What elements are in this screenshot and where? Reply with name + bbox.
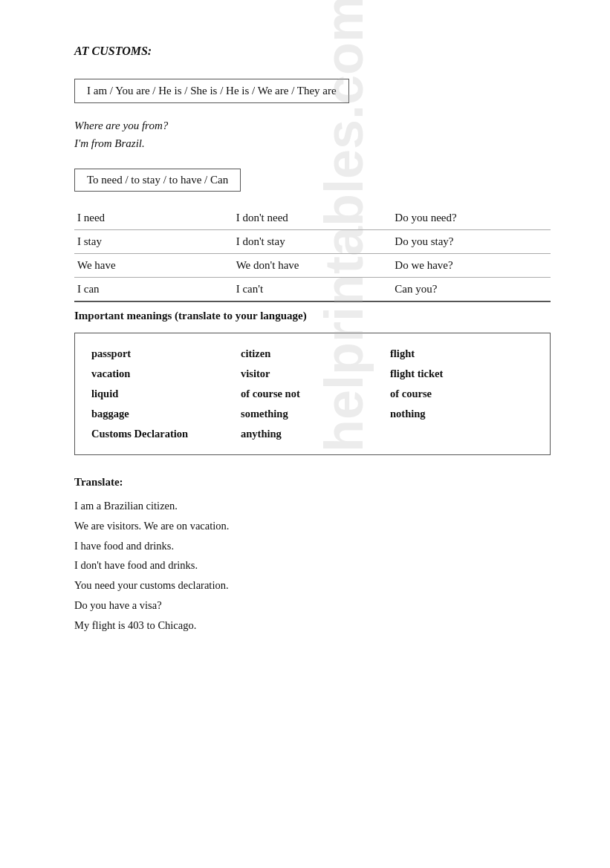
example-sentences: Where are you from? I'm from Brazil. bbox=[74, 117, 551, 152]
vocab-cell: something bbox=[238, 404, 387, 424]
vocab-row: baggagesomethingnothing bbox=[88, 404, 536, 424]
conjugation-cell: I can bbox=[74, 278, 233, 302]
am-are-box: I am / You are / He is / She is / He is … bbox=[74, 79, 349, 103]
conjugation-cell: We have bbox=[74, 254, 233, 278]
conjugation-cell: I don't stay bbox=[233, 230, 392, 254]
conjugation-cell: We don't have bbox=[233, 254, 392, 278]
vocab-cell: liquid bbox=[88, 384, 238, 404]
important-meanings-heading: Important meanings (translate to your la… bbox=[74, 310, 551, 322]
translate-section: Translate: I am a Brazilian citizen.We a… bbox=[74, 476, 551, 636]
translate-list: I am a Brazilian citizen.We are visitors… bbox=[74, 496, 551, 636]
translate-sentence: I have food and drinks. bbox=[74, 536, 551, 556]
conjugation-row: I canI can'tCan you? bbox=[74, 278, 551, 302]
conjugation-cell: Do you need? bbox=[392, 206, 551, 230]
translate-sentence: You need your customs declaration. bbox=[74, 575, 551, 595]
am-are-text: I am / You are / He is / She is / He is … bbox=[87, 85, 337, 97]
conjugation-cell: I need bbox=[74, 206, 233, 230]
conjugation-row: I stayI don't stayDo you stay? bbox=[74, 230, 551, 254]
vocab-cell bbox=[387, 424, 536, 444]
vocab-row: vacationvisitorflight ticket bbox=[88, 364, 536, 384]
example-line1: Where are you from? bbox=[74, 117, 551, 134]
vocab-cell: visitor bbox=[238, 364, 387, 384]
verbs-box-text: To need / to stay / to have / Can bbox=[87, 174, 228, 186]
conjugation-table: I needI don't needDo you need?I stayI do… bbox=[74, 206, 551, 302]
vocab-cell: Customs Declaration bbox=[88, 424, 238, 444]
vocab-cell: flight ticket bbox=[387, 364, 536, 384]
translate-sentence: Do you have a visa? bbox=[74, 595, 551, 616]
translate-sentence: I don't have food and drinks. bbox=[74, 555, 551, 575]
conjugation-cell: I stay bbox=[74, 230, 233, 254]
vocab-cell: citizen bbox=[238, 344, 387, 364]
translate-sentence: We are visitors. We are on vacation. bbox=[74, 516, 551, 536]
vocab-cell: passport bbox=[88, 344, 238, 364]
page-content: helprintables.com AT CUSTOMS: I am / You… bbox=[74, 45, 551, 636]
conjugation-cell: I don't need bbox=[233, 206, 392, 230]
example-line2: I'm from Brazil. bbox=[74, 134, 551, 152]
conjugation-cell: Do you stay? bbox=[392, 230, 551, 254]
vocab-table: passportcitizenflightvacationvisitorflig… bbox=[88, 344, 536, 444]
vocab-cell: of course not bbox=[238, 384, 387, 404]
vocab-row: liquidof course notof course bbox=[88, 384, 536, 404]
vocab-cell: of course bbox=[387, 384, 536, 404]
conjugation-row: I needI don't needDo you need? bbox=[74, 206, 551, 230]
page-title: AT CUSTOMS: bbox=[74, 45, 551, 58]
translate-sentence: I am a Brazilian citizen. bbox=[74, 496, 551, 516]
translate-heading: Translate: bbox=[74, 476, 551, 489]
vocab-cell: baggage bbox=[88, 404, 238, 424]
vocab-row: Customs Declarationanything bbox=[88, 424, 536, 444]
translate-sentence: My flight is 403 to Chicago. bbox=[74, 616, 551, 636]
conjugation-row: We haveWe don't haveDo we have? bbox=[74, 254, 551, 278]
conjugation-cell: I can't bbox=[233, 278, 392, 302]
conjugation-cell: Can you? bbox=[392, 278, 551, 302]
verbs-box: To need / to stay / to have / Can bbox=[74, 169, 241, 192]
vocab-cell: nothing bbox=[387, 404, 536, 424]
conjugation-cell: Do we have? bbox=[392, 254, 551, 278]
vocab-cell: anything bbox=[238, 424, 387, 444]
vocab-cell: vacation bbox=[88, 364, 238, 384]
vocab-cell: flight bbox=[387, 344, 536, 364]
vocab-box: passportcitizenflightvacationvisitorflig… bbox=[74, 333, 551, 455]
vocab-row: passportcitizenflight bbox=[88, 344, 536, 364]
